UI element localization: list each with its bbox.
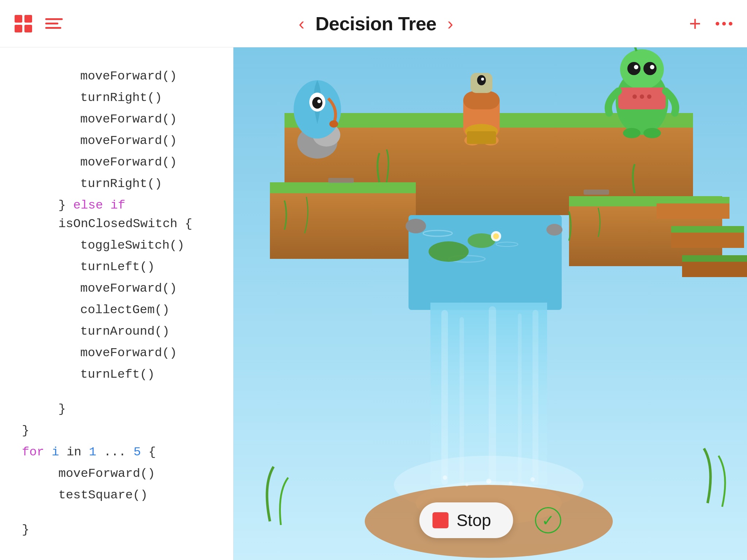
code-text-12: turnAround()	[80, 322, 170, 341]
check-icon: ✓	[542, 512, 554, 529]
svg-point-61	[546, 224, 562, 236]
svg-point-49	[627, 62, 640, 75]
svg-point-50	[643, 62, 657, 75]
svg-rect-28	[657, 197, 729, 203]
nav-next-button[interactable]: ›	[447, 15, 453, 32]
list-line-2	[45, 23, 58, 24]
code-line-5: moveForward()	[0, 152, 233, 173]
code-line-11: collectGem()	[0, 299, 233, 321]
svg-rect-4	[270, 186, 416, 259]
code-text-7: } else if isOnClosedSwitch {	[58, 196, 233, 233]
code-text-13: moveForward()	[80, 344, 177, 362]
svg-rect-21	[533, 310, 538, 485]
code-line-8: toggleSwitch()	[0, 235, 233, 256]
code-text-17: for i in 1 ... 5 {	[22, 443, 156, 462]
stop-label: Stop	[457, 510, 491, 530]
svg-point-68	[530, 477, 535, 482]
svg-rect-17	[441, 310, 448, 485]
code-line-7: } else if isOnClosedSwitch {	[0, 195, 233, 235]
svg-point-59	[643, 128, 661, 138]
code-text-8: toggleSwitch()	[80, 236, 185, 255]
toolbar-left	[15, 15, 63, 32]
svg-rect-63	[584, 190, 609, 195]
more-dot-2	[722, 22, 726, 26]
code-line-9: turnLeft()	[0, 256, 233, 278]
list-line-1	[45, 18, 63, 20]
svg-point-64	[443, 475, 447, 480]
svg-point-58	[623, 128, 640, 138]
more-dot-1	[716, 22, 719, 26]
grid-cell-3	[15, 25, 22, 32]
stop-button[interactable]: Stop	[419, 502, 513, 538]
svg-point-60	[406, 219, 426, 233]
game-panel: Stop ✓	[233, 47, 747, 560]
svg-point-56	[640, 94, 644, 99]
svg-point-67	[509, 481, 512, 485]
code-line-1: moveForward()	[0, 66, 233, 87]
svg-rect-32	[682, 255, 747, 262]
code-text-19: testSquare()	[58, 486, 148, 505]
code-text-11: collectGem()	[80, 301, 170, 319]
list-view-icon[interactable]	[45, 15, 63, 32]
code-text-20: }	[22, 521, 29, 539]
toolbar-center: ‹ Decision Tree ›	[63, 13, 689, 35]
grid-cell-2	[24, 15, 32, 23]
code-text-9: turnLeft()	[80, 258, 155, 276]
code-text-1: moveForward()	[80, 67, 177, 86]
svg-rect-30	[671, 226, 744, 233]
add-button[interactable]: +	[689, 13, 701, 34]
grid-view-icon[interactable]	[15, 15, 32, 32]
code-line-16: }	[0, 420, 233, 442]
code-line-6: turnRight()	[0, 173, 233, 195]
svg-rect-62	[328, 178, 354, 183]
svg-point-55	[632, 94, 637, 99]
code-line-10: moveForward()	[0, 278, 233, 299]
code-line-18: moveForward()	[0, 463, 233, 485]
game-scene-svg	[233, 47, 747, 560]
svg-rect-46	[467, 131, 496, 144]
code-line-3: moveForward()	[0, 109, 233, 130]
check-button[interactable]: ✓	[535, 507, 561, 533]
svg-point-37	[329, 120, 338, 128]
main-content: moveForward() turnRight() moveForward() …	[0, 47, 747, 560]
grid-cell-4	[24, 25, 32, 32]
stop-icon	[433, 512, 449, 528]
svg-point-35	[312, 97, 322, 109]
code-line-4: moveForward()	[0, 130, 233, 152]
svg-rect-39	[463, 91, 500, 109]
code-line-14: turnLeft()	[0, 364, 233, 385]
svg-point-15	[493, 233, 499, 239]
more-dot-3	[729, 22, 732, 26]
svg-point-41	[477, 75, 486, 85]
stop-bar: Stop ✓	[419, 502, 561, 538]
code-text-10: moveForward()	[80, 279, 177, 298]
code-line-15: }	[0, 398, 233, 420]
toolbar-right: +	[689, 13, 732, 34]
svg-point-65	[465, 483, 468, 486]
svg-point-36	[317, 100, 321, 103]
svg-point-42	[481, 78, 484, 81]
code-text-14: turnLeft()	[80, 365, 155, 384]
toolbar: ‹ Decision Tree › +	[0, 0, 747, 47]
svg-point-12	[429, 241, 469, 262]
svg-point-48	[620, 49, 664, 89]
svg-rect-8	[409, 215, 562, 310]
more-options-button[interactable]	[716, 22, 732, 26]
code-panel: moveForward() turnRight() moveForward() …	[0, 47, 233, 560]
svg-rect-5	[270, 182, 416, 193]
svg-point-57	[647, 94, 651, 99]
code-text-3: moveForward()	[80, 110, 177, 129]
code-line-20: }	[0, 519, 233, 541]
code-text-2: turnRight()	[80, 89, 162, 107]
svg-point-66	[486, 479, 491, 484]
svg-point-51	[634, 65, 638, 69]
code-line-19: testSquare()	[0, 485, 233, 506]
code-line-17: for i in 1 ... 5 {	[0, 442, 233, 463]
list-line-3	[45, 27, 61, 29]
code-line-2: turnRight()	[0, 87, 233, 109]
nav-prev-button[interactable]: ‹	[299, 15, 305, 32]
code-text-6: turnRight()	[80, 175, 162, 193]
page-title: Decision Tree	[316, 13, 437, 35]
code-text-15: }	[58, 400, 66, 419]
code-text-5: moveForward()	[80, 153, 177, 172]
